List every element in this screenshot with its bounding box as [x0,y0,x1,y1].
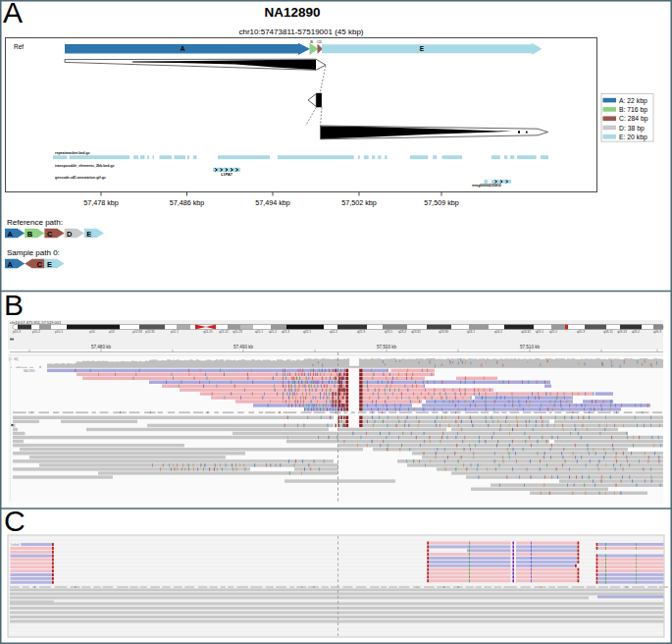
svg-text:chr10:57473811-57519001 (45 kb: chr10:57473811-57519001 (45 kbp) [238,27,363,36]
svg-text:57,509 kbp: 57,509 kbp [424,198,459,207]
svg-text:p12.33: p12.33 [132,330,142,334]
svg-text:p14: p14 [89,330,95,334]
svg-text:CD: CD [317,40,323,44]
svg-text:q23.33: q23.33 [439,330,448,334]
svg-text:57,486 kbp: 57,486 kbp [170,198,205,207]
svg-text:q21.2: q21.2 [269,330,277,334]
svg-text:57,490 kb: 57,490 kb [233,345,254,349]
svg-text:q11.23: q11.23 [233,330,242,334]
svg-text:C: C [4,505,26,537]
svg-text:p15.2: p15.2 [32,330,40,334]
svg-text:E: 20 kbp: E: 20 kbp [619,134,647,141]
svg-text:E: E [420,45,425,52]
svg-text:q24.1: q24.1 [467,330,475,334]
svg-text:q22.2: q22.2 [330,330,337,334]
svg-text:A: A [181,45,185,52]
svg-text:q26.11: q26.11 [603,330,613,334]
svg-text:57,494 kbp: 57,494 kbp [255,198,290,207]
svg-text:p15.1: p15.1 [55,330,63,334]
svg-text:B: B [27,230,33,239]
svg-text:NA12890: NA12890 [264,5,320,20]
svg-text:ensg00000235810: ensg00000235810 [472,184,501,188]
svg-text:p12.31: p12.31 [145,330,155,334]
svg-text:Ref: Ref [14,43,24,50]
svg-text:q22.1: q22.1 [303,330,311,334]
svg-text:repeatmasker.bed.gz: repeatmasker.bed.gz [55,151,90,155]
svg-text:q26.3: q26.3 [653,330,661,334]
svg-text:57,478 kbp: 57,478 kbp [83,198,119,207]
svg-text:gencode.v41.annotation.gtf.gz: gencode.v41.annotation.gtf.gz [55,176,106,180]
svg-text:57,510 kb: 57,510 kb [520,345,541,349]
svg-text:q25.1: q25.1 [536,330,543,334]
svg-text:57,480 kb: 57,480 kb [91,345,112,349]
svg-text:A: A [8,260,14,269]
svg-text:q22.3: q22.3 [357,330,365,334]
svg-text:D: D [67,230,73,239]
svg-text:q21.1: q21.1 [255,330,263,334]
svg-text:A: 22 kbp: A: 22 kbp [619,97,647,105]
svg-text:p13: p13 [109,330,115,334]
svg-text:p12.1: p12.1 [171,330,179,334]
svg-text:q23.1: q23.1 [385,330,392,334]
svg-text:Linked: Linked [11,543,20,547]
svg-text:B: 716 bp: B: 716 bp [619,106,647,114]
svg-text:C: C [47,230,53,239]
svg-text:q24.2: q24.2 [494,330,502,334]
svg-text:q23.2: q23.2 [398,330,406,334]
svg-text:q11.22: q11.22 [219,330,229,334]
svg-text:chr10:57,471,811-57,519,001: chr10:57,471,811-57,519,001 [10,320,62,325]
svg-text:q26.13: q26.13 [617,330,627,334]
svg-text:q26.2: q26.2 [632,330,640,334]
svg-text:D: 38 bp: D: 38 bp [619,125,645,133]
svg-text:q21.3: q21.3 [282,330,289,334]
svg-text:E: E [86,230,91,239]
svg-text:C: C [37,260,43,269]
svg-text:C: 284 bp: C: 284 bp [619,115,648,123]
svg-text:NA12890: NA12890 [24,369,35,373]
svg-text:q11.21: q11.21 [203,330,213,334]
svg-text:q24.32: q24.32 [521,330,531,334]
svg-text:Reference path:: Reference path: [7,218,63,227]
svg-text:57,500 kb: 57,500 kb [377,345,397,349]
svg-text:A: A [8,230,14,239]
svg-text:q25.2: q25.2 [549,330,557,334]
svg-text:B: B [310,39,313,44]
svg-text:transposable_elements_2kb.bed.: transposable_elements_2kb.bed.gz [55,164,115,168]
svg-text:B: B [4,289,24,321]
svg-text:q25.3: q25.3 [577,330,585,334]
svg-text:Sample path 0:: Sample path 0: [7,248,60,257]
svg-text:p15.3: p15.3 [13,330,21,334]
svg-text:q23.31: q23.31 [411,330,421,334]
svg-text:E: E [47,260,52,269]
svg-text:57,502 kbp: 57,502 kbp [341,198,377,207]
svg-text:A: A [3,0,23,28]
svg-text:L1PA7: L1PA7 [221,173,233,177]
